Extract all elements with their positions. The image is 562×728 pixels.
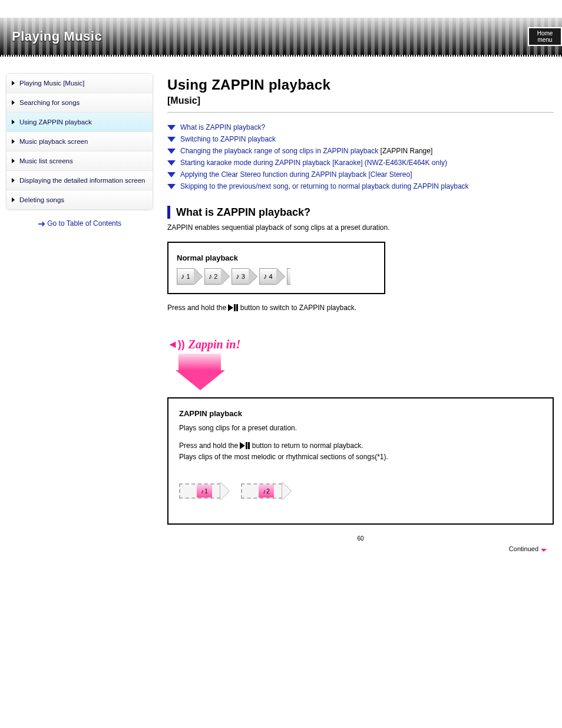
arrow-right-icon: ➜ [38,219,45,229]
song-number: 2 [214,273,217,280]
clip-number: 2 [266,488,270,495]
song-arrow: ♪3 [232,268,257,285]
song-arrow-tiny [287,268,290,285]
normal-after-text: Press and hold the button to switch to Z… [167,302,554,314]
chevron-down-icon [167,184,176,189]
banner-underline [0,55,562,57]
zappin-box-title: ZAPPIN playback [179,409,542,418]
sidebar-item-searching[interactable]: Searching for songs [6,93,153,113]
music-note-icon: ♪ [201,488,204,495]
normal-playback-title: Normal playback [177,253,376,262]
toc-link-skip[interactable]: Skipping to the previous/next song, or r… [167,182,554,190]
toc-link-range[interactable]: Changing the playback range of song clip… [167,147,554,155]
page-number: 60 [167,535,554,542]
go-to-toc-link[interactable]: ➜ Go to Table of Contents [6,218,153,229]
sidebar-nav: Playing Music [Music] Searching for song… [6,73,153,210]
music-note-icon: ♪ [263,488,266,495]
toc-link-clear-stereo[interactable]: Applying the Clear Stereo function durin… [167,170,554,179]
section-body: ZAPPIN enables sequential playback of so… [167,222,554,233]
zappin-in-text: Zappin in! [189,338,240,351]
toc-link-label: Changing the playback range of song clip… [180,147,432,155]
song-number: 4 [269,273,272,280]
song-arrow: ♪1 [177,268,202,285]
zappin-playback-box: ZAPPIN playback Plays song clips for a p… [167,397,554,525]
music-note-icon: ♪ [209,272,213,281]
section-heading-text: What is ZAPPIN playback? [176,206,310,219]
play-pause-icon [240,442,250,449]
sidebar-item-playing-music[interactable]: Playing Music [Music] [6,74,153,93]
sidebar-item-zappin[interactable]: Using ZAPPIN playback [6,113,153,132]
zappin-in-label: ◄)) Zappin in! [167,338,554,351]
toc-link-switching[interactable]: Switching to ZAPPIN playback [167,135,554,143]
toc-link-label: Skipping to the previous/next song, or r… [180,182,469,190]
banner-title: Playing Music [12,29,102,44]
clip-arrow: ♪2 [241,482,291,500]
sidebar-item-detailed-info[interactable]: Displaying the detailed information scre… [6,171,153,190]
normal-song-strip: ♪1 ♪2 ♪3 ♪4 [177,268,376,285]
toc-link-label: Applying the Clear Stereo function durin… [180,170,412,179]
normal-playback-box: Normal playback ♪1 ♪2 ♪3 ♪4 [167,242,385,294]
toc-link-extra: [ZAPPIN Range] [381,147,433,155]
song-number: 1 [187,273,190,280]
continued-label: Continued [167,545,554,552]
song-arrow: ♪2 [204,268,230,285]
pink-down-arrow-icon [176,354,224,391]
zappin-box-sub: Plays song clips for a preset duration. [179,424,542,432]
toc-link-karaoke[interactable]: Starting karaoke mode during ZAPPIN play… [167,159,554,167]
toc-link-label: Starting karaoke mode during ZAPPIN play… [180,159,447,167]
sidebar-item-deleting[interactable]: Deleting songs [6,190,153,209]
page-subtitle: [Music] [167,95,554,106]
sidebar-item-playback-screen[interactable]: Music playback screen [6,132,153,151]
chevron-down-icon [167,160,176,166]
song-number: 3 [242,273,245,280]
zappin-box-desc: Press and hold the button to return to n… [179,440,542,462]
chevron-down-pink-icon [541,549,547,552]
song-arrow: ♪4 [259,268,285,285]
clip-number: 1 [204,488,208,495]
music-note-icon: ♪ [263,272,267,281]
music-note-icon: ♪ [181,272,185,281]
chevron-down-icon [167,125,176,130]
heading-bar-icon [167,206,170,219]
in-page-link-list: What is ZAPPIN playback? Switching to ZA… [167,123,554,190]
page-title: Using ZAPPIN playback [167,77,554,93]
chevron-down-icon [167,137,176,142]
play-pause-icon [228,304,238,311]
music-note-icon: ♪ [236,272,240,281]
zappin-song-strip: ♪1 ♪2 [179,482,542,500]
sound-icon: ◄)) [167,338,185,351]
horizontal-rule [167,112,554,113]
home-menu-tab[interactable]: Home menu [528,27,562,46]
section-heading: What is ZAPPIN playback? [167,206,554,219]
chevron-down-icon [167,172,176,177]
toc-link-label: Switching to ZAPPIN playback [180,135,276,143]
toc-link-label: What is ZAPPIN playback? [180,123,265,131]
chevron-down-icon [167,149,176,154]
toc-link-what-is[interactable]: What is ZAPPIN playback? [167,123,554,131]
sidebar-item-list-screens[interactable]: Music list screens [6,151,153,171]
clip-arrow: ♪1 [179,482,229,500]
go-to-toc-label: Go to Table of Contents [47,219,121,228]
